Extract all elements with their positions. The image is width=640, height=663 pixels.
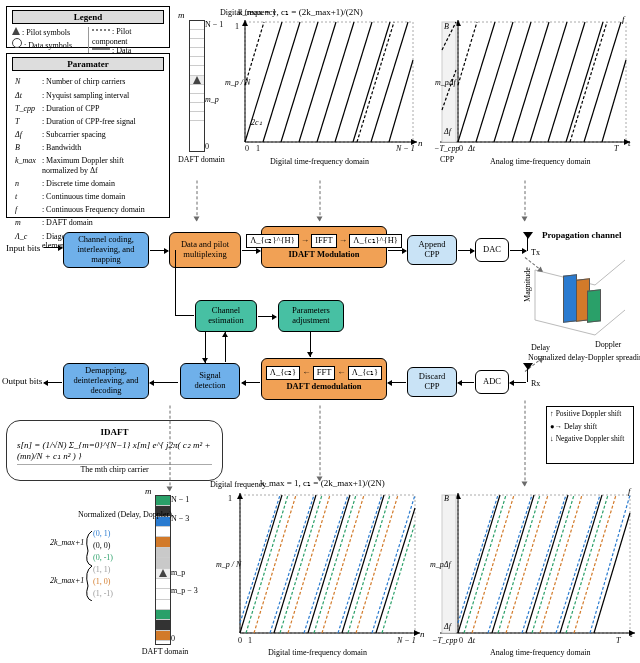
svg-line-65 xyxy=(376,508,415,633)
ylabel-digfreq-b: Digital frequency xyxy=(210,480,250,489)
leg-delay-shift: Delay shift xyxy=(564,422,597,431)
arrow xyxy=(175,315,194,316)
arrowhead-down xyxy=(202,358,208,363)
legend-panel: Legend : Pilot symbols : Data symbols : … xyxy=(6,6,170,48)
xlabel-t-b: t xyxy=(630,629,633,639)
xlabel-n-a: n xyxy=(418,138,423,148)
xtick-zero-d: 0 xyxy=(459,636,463,645)
svg-line-56 xyxy=(382,523,415,633)
ytick-df-a: Δf xyxy=(444,127,451,136)
daft-fft: FFT xyxy=(313,366,336,380)
ylabel-digfreq-a: Digital frequency xyxy=(220,8,260,17)
arrow xyxy=(458,382,474,383)
arrowhead-down xyxy=(307,352,313,357)
xlabel-n-b: n xyxy=(420,629,425,639)
svg-line-9 xyxy=(281,22,318,142)
ytick-B-b: B xyxy=(444,494,449,503)
svg-line-34 xyxy=(570,22,607,142)
svg-line-53 xyxy=(280,495,322,633)
svg-line-74 xyxy=(522,495,566,633)
svg-line-78 xyxy=(498,495,540,633)
xlabel-delay: Delay xyxy=(531,343,550,352)
ytick-mpDf-b: m_pΔf xyxy=(430,560,451,569)
daft-domain-label-b: DAFT domain xyxy=(140,647,190,656)
svg-line-79 xyxy=(532,495,574,633)
brace-icon xyxy=(84,531,94,601)
svg-line-83 xyxy=(540,495,582,633)
legend-title: Legend xyxy=(12,10,164,24)
callout-arrow xyxy=(197,181,198,221)
idaft-formula: s[n] = (1/√N) Σ_{m=0}^{N−1} x[m] e^{ j2π… xyxy=(17,440,212,461)
arrow-vert xyxy=(175,250,176,315)
ylabel-doppler: Doppler xyxy=(595,340,621,349)
svg-marker-6 xyxy=(242,20,248,26)
svg-line-60 xyxy=(356,495,398,633)
idaft-formula-title: IDAFT xyxy=(17,427,212,437)
svg-line-75 xyxy=(556,495,600,633)
svg-line-86 xyxy=(492,495,534,633)
svg-line-72 xyxy=(458,495,498,623)
tick-mp3: m_p − 3 xyxy=(171,586,198,595)
kshift-1: 2k_max+1 xyxy=(50,538,84,547)
svg-line-49 xyxy=(304,495,348,633)
chart-digital-tf-rx xyxy=(222,493,420,645)
kshift-2: 2k_max+1 xyxy=(50,576,84,585)
svg-line-25 xyxy=(476,22,513,142)
daft-domain-column-tx xyxy=(189,20,205,152)
zlabel-magnitude: Magnitude xyxy=(523,267,532,302)
block-adc: ADC xyxy=(475,370,509,394)
idaft-label: IDAFT Modulation xyxy=(289,250,360,260)
tick-Nminus1-b: N − 1 xyxy=(171,495,189,504)
block-dac: DAC xyxy=(475,238,509,262)
idaft-ifft: IFFT xyxy=(311,234,336,248)
chart-digital-tf-tx xyxy=(227,20,417,155)
svg-line-11 xyxy=(317,22,354,142)
ytick-mpDf-a: m_pΔf xyxy=(435,78,456,87)
svg-line-41 xyxy=(595,260,625,285)
arrow xyxy=(242,250,260,251)
ytick-df-b: Δf xyxy=(444,622,451,631)
svg-line-8 xyxy=(263,22,300,142)
rx-antenna-icon xyxy=(527,368,528,382)
block-channel-est: Channel estimation xyxy=(195,300,257,332)
callout-arrow xyxy=(525,401,526,486)
parameter-title: Paramater xyxy=(12,57,164,71)
svg-line-12 xyxy=(335,22,372,142)
arrow xyxy=(150,250,168,251)
arrow xyxy=(44,247,62,248)
idaft-formula-panel: IDAFT s[n] = (1/√N) Σ_{m=0}^{N−1} x[m] e… xyxy=(6,420,223,481)
legend-pilot-symbols: Pilot symbols xyxy=(26,28,70,37)
xtick-T-a: T xyxy=(614,144,618,153)
svg-line-87 xyxy=(526,495,568,633)
svg-line-89 xyxy=(594,513,630,633)
svg-line-59 xyxy=(322,495,364,633)
svg-line-28 xyxy=(530,22,567,142)
ylabel-f-a: f xyxy=(622,14,625,24)
svg-line-73 xyxy=(488,495,532,633)
svg-rect-18 xyxy=(458,22,626,142)
callout-arrow xyxy=(320,181,321,221)
prop-channel-title: Propagation channel xyxy=(542,230,622,240)
xtick-Tcpp-a: −T_cpp xyxy=(434,144,459,153)
xtick-dt-b: Δt xyxy=(468,636,475,645)
daft-demod-label: DAFT demodulation xyxy=(286,382,361,392)
doppler-spread-caption: Normalized delay-Doppler spreading funct… xyxy=(528,353,638,362)
tick-mp-rx: m_p xyxy=(171,568,185,577)
svg-line-13 xyxy=(353,22,390,142)
chart-title-ana-rx: Analog time-frequency domain xyxy=(490,648,590,657)
svg-line-10 xyxy=(299,22,336,142)
chart-title-dig-rx: Digital time-frequency domain xyxy=(268,648,367,657)
xlabel-t-a: t xyxy=(628,138,631,148)
svg-line-85 xyxy=(458,495,500,633)
arrow xyxy=(44,382,62,383)
tx-antenna-icon xyxy=(527,237,528,251)
chart-delay-doppler-3d xyxy=(530,255,630,340)
ylabel-f-b: f xyxy=(628,486,631,496)
svg-line-80 xyxy=(566,495,608,633)
idaft-Lc2H: Λ_{c₂}^{H} xyxy=(246,234,299,248)
delay-doppler-header: Normalized (Delay, Doppler) xyxy=(78,510,148,519)
tick-zero-a: 0 xyxy=(205,142,209,151)
arrow xyxy=(510,382,526,383)
xtick-one-a: 1 xyxy=(256,144,260,153)
ytick-one-b: 1 xyxy=(228,494,232,503)
